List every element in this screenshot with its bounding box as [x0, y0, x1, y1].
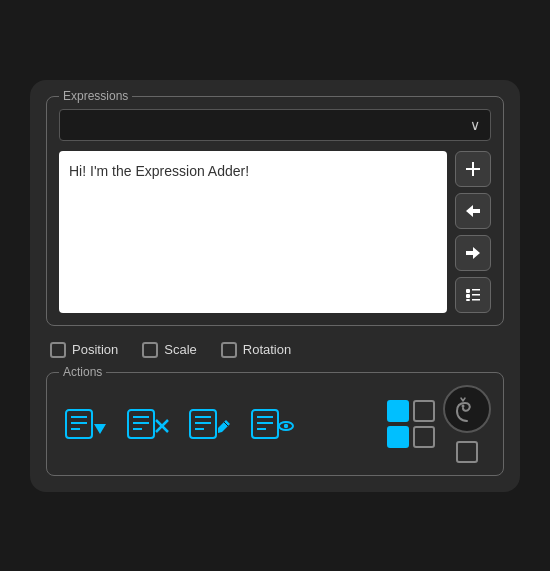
import-button[interactable]: [455, 193, 491, 229]
actions-label: Actions: [59, 365, 106, 379]
scale-checkbox[interactable]: Scale: [142, 342, 197, 358]
position-label: Position: [72, 342, 118, 357]
svg-rect-3: [472, 289, 480, 291]
small-square-icon[interactable]: [456, 441, 478, 463]
position-checkbox[interactable]: Position: [50, 342, 118, 358]
actions-section: Actions: [46, 372, 504, 476]
delete-action-button[interactable]: [121, 397, 175, 451]
svg-rect-2: [466, 289, 470, 293]
export-button[interactable]: [455, 235, 491, 271]
expressions-section: Expressions ∨ Hi! I'm the Expression Add…: [46, 96, 504, 326]
plus-icon: [464, 160, 482, 178]
actions-right: [387, 400, 435, 448]
side-buttons-column: [455, 151, 491, 313]
expression-text: Hi! I'm the Expression Adder!: [69, 163, 249, 179]
import-icon: [463, 202, 483, 220]
scale-label: Scale: [164, 342, 197, 357]
append-action-button[interactable]: [59, 397, 113, 451]
append-icon: [64, 406, 108, 442]
expression-text-area[interactable]: Hi! I'm the Expression Adder!: [59, 151, 447, 313]
view-icon: [250, 406, 294, 442]
chevron-down-icon: ∨: [470, 117, 480, 133]
svg-point-30: [462, 404, 465, 407]
view-action-button[interactable]: [245, 397, 299, 451]
svg-rect-6: [466, 299, 470, 301]
rotation-checkbox[interactable]: Rotation: [221, 342, 291, 358]
svg-marker-12: [94, 424, 106, 434]
expressions-content: Hi! I'm the Expression Adder!: [59, 151, 491, 313]
expressions-label: Expressions: [59, 89, 132, 103]
rotation-checkbox-box[interactable]: [221, 342, 237, 358]
svg-rect-5: [472, 294, 480, 296]
mini-grid: [387, 400, 435, 448]
snake-icon[interactable]: [443, 385, 491, 433]
snake-column: [443, 385, 491, 463]
dropdown-row: ∨: [59, 109, 491, 141]
svg-point-29: [284, 423, 288, 427]
list-icon: [464, 286, 482, 304]
svg-rect-1: [466, 168, 480, 170]
expression-dropdown[interactable]: ∨: [59, 109, 491, 141]
main-panel: Expressions ∨ Hi! I'm the Expression Add…: [30, 80, 520, 492]
export-icon: [463, 244, 483, 262]
mini-cell-2[interactable]: [413, 400, 435, 422]
rotation-label: Rotation: [243, 342, 291, 357]
checkboxes-row: Position Scale Rotation: [46, 342, 504, 358]
scale-checkbox-box[interactable]: [142, 342, 158, 358]
delete-icon: [126, 406, 170, 442]
add-button[interactable]: [455, 151, 491, 187]
edit-action-button[interactable]: [183, 397, 237, 451]
mini-cell-1[interactable]: [387, 400, 409, 422]
mini-cell-4[interactable]: [413, 426, 435, 448]
svg-rect-7: [472, 299, 480, 301]
action-icons-row: [59, 397, 379, 451]
edit-icon: [188, 406, 232, 442]
mini-cell-3[interactable]: [387, 426, 409, 448]
list-button[interactable]: [455, 277, 491, 313]
snake-svg: [451, 393, 483, 425]
position-checkbox-box[interactable]: [50, 342, 66, 358]
svg-rect-4: [466, 294, 470, 298]
